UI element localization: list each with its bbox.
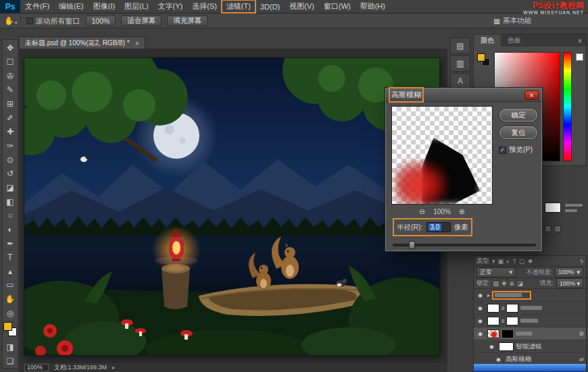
opacity-select[interactable]: 100% ▾ [555,267,583,277]
lasso-tool[interactable]: ✇ [3,69,18,83]
menu-edit[interactable]: 编辑(E) [54,0,89,13]
zoom-level-field[interactable]: 100% [24,364,49,371]
quick-mask-toggle[interactable]: ◨ [3,340,18,354]
collapsed-panel-button-1[interactable]: ▤ [450,38,470,54]
blur-tool[interactable]: ○ [3,209,18,223]
lock-position-icon[interactable]: ⊕ [510,280,515,287]
screen-mode-toggle[interactable]: ❏ [3,354,18,368]
dialog-title-bar[interactable]: 高斯模糊 × [386,88,541,102]
layer-row-adjustment-2[interactable]: ◉ 8 [474,315,586,327]
eye-icon[interactable]: ◉ [476,305,485,311]
shape-tool[interactable]: ▭ [3,278,18,292]
eyedropper-tool[interactable]: ✐ [3,111,18,125]
zoom-out-button[interactable]: ⊖ [419,207,425,216]
layer-row-smart-object-selected[interactable]: ◉ ❂ [474,327,586,340]
menu-select[interactable]: 选择(S) [187,0,222,13]
status-options-arrow[interactable]: ▸ [112,365,115,371]
menu-help[interactable]: 帮助(H) [356,0,390,13]
path-selection-tool[interactable]: ▴ [3,265,18,279]
filter-smart-icon[interactable]: ❖ [528,258,533,265]
eraser-tool[interactable]: ◪ [3,181,18,195]
radius-slider[interactable] [393,241,536,249]
blend-mode-select[interactable]: 正常 ▾ [476,267,516,277]
menu-image[interactable]: 图像(I) [89,0,120,13]
fit-screen-button[interactable]: 适合屏幕 [121,16,162,26]
tab-swatches[interactable]: 色板 [501,34,528,47]
healing-brush-tool[interactable]: ✚ [3,125,18,139]
eye-icon[interactable]: ◉ [476,292,485,298]
color-swatches[interactable] [3,321,18,339]
clone-stamp-tool[interactable]: ⊙ [3,153,18,167]
actual-pixels-button[interactable]: 100% [86,16,116,26]
lock-pixels-icon[interactable]: ✚ [501,280,507,287]
foreground-color-swatch[interactable] [3,322,12,331]
fill-screen-button[interactable]: 填充屏幕 [167,16,207,26]
marquee-tool[interactable]: ☐ [3,55,18,70]
filter-adjustment-icon[interactable]: ◐ [506,258,510,265]
preview-checkbox[interactable]: ✓ [499,147,506,154]
dodge-tool[interactable]: ◐ [3,223,18,237]
menu-view[interactable]: 视图(V) [285,0,319,13]
panel-foreground-swatch[interactable] [477,53,485,61]
preview-checkbox-row[interactable]: ✓ 预览(P) [499,145,533,155]
filter-type-icon[interactable]: T [512,258,516,265]
menu-window[interactable]: 窗口(W) [319,0,356,13]
lock-transparency-icon[interactable]: ▨ [493,280,499,287]
layer-row-adjustment-1[interactable]: ◉ 8 [474,302,586,315]
zoom-tool[interactable]: ◎ [3,306,18,320]
close-icon[interactable]: × [135,39,139,47]
filter-toggle-icon[interactable]: ϟ [580,258,583,265]
filter-mask-thumbnail[interactable] [501,329,514,338]
reset-button[interactable]: 复位 [499,126,537,139]
filter-type-label[interactable]: 类型 [476,257,489,265]
eye-icon[interactable]: ◉ [476,331,485,337]
filter-shape-icon[interactable]: ▢ [519,258,525,265]
panel-menu-icon[interactable]: ≡ [574,34,586,47]
ps-logo[interactable]: Ps [0,0,20,13]
dialog-close-button[interactable]: × [524,90,539,100]
scroll-all-windows-checkbox[interactable] [26,18,33,24]
pen-tool[interactable]: ✒ [3,236,18,250]
filter-preview[interactable] [391,106,493,205]
scroll-all-windows-option[interactable]: 滚动所有窗口 [26,16,80,26]
hand-tool[interactable]: ✋ [3,292,18,307]
chevron-down-icon[interactable]: ▾ [492,258,495,265]
menu-3d[interactable]: 3D(D) [255,0,285,13]
hand-tool-preset[interactable]: ✋ ▾ [4,16,21,26]
radius-input[interactable]: 3.0 [426,222,451,232]
move-tool[interactable]: ✥ [3,41,18,55]
quick-selection-tool[interactable]: ✎ [3,83,18,97]
menu-file[interactable]: 文件(F) [20,0,54,13]
layer-row-group[interactable]: ◉ ▸ [474,289,586,302]
adjustment-thumbnail[interactable] [487,304,499,313]
mask-thumbnail[interactable] [506,317,518,325]
smart-filters-row[interactable]: ◉ 智能滤镜 [474,340,586,353]
collapsed-panel-button-2[interactable]: ▥ [450,55,470,72]
document-tab[interactable]: 未标题.psd @ 100%(花2, RGB/8) * × [19,36,145,49]
crop-tool[interactable]: ⊞ [3,97,18,111]
zoom-in-button[interactable]: ⊕ [459,207,465,216]
eye-icon[interactable]: ◉ [476,318,485,324]
brush-tool[interactable]: ✑ [3,139,18,153]
mask-thumbnail[interactable] [506,304,518,313]
eye-icon[interactable]: ◉ [487,344,497,350]
filter-pixel-icon[interactable]: ▣ [498,258,504,265]
history-brush-tool[interactable]: ↺ [3,167,18,181]
menu-layer[interactable]: 图层(L) [120,0,153,13]
eye-icon[interactable]: ◉ [494,356,504,363]
gradient-tool[interactable]: ◧ [3,194,18,209]
ok-button[interactable]: 确定 [499,109,537,122]
fill-select[interactable]: 100% ▾ [556,278,583,288]
slider-handle[interactable] [409,241,415,249]
collapsed-panel-button-3[interactable]: A [450,73,470,89]
smart-filters-thumbnail[interactable] [499,342,514,351]
type-tool[interactable]: T [3,250,18,265]
lock-all-icon[interactable]: ◪ [517,280,523,287]
menu-filter[interactable]: 滤镜(T) [222,0,255,13]
panel-color-swatches[interactable] [477,53,492,68]
tab-color[interactable]: 颜色 [474,34,501,47]
adjustment-thumbnail[interactable] [487,317,499,325]
filter-blend-options-icon[interactable]: ⇄ [579,356,584,363]
smart-object-thumbnail[interactable] [487,329,499,338]
menu-type[interactable]: 文字(Y) [153,0,188,13]
